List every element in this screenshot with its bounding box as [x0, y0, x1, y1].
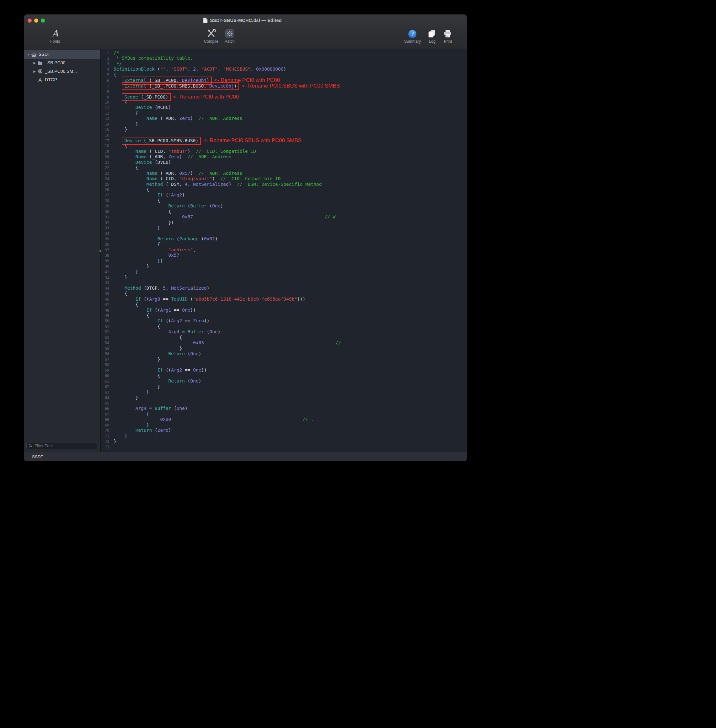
code-line[interactable]: 50 If ((Arg2 == Zero)) — [101, 318, 467, 323]
code-token: ( — [155, 67, 160, 71]
code-line[interactable]: 60 { — [101, 373, 467, 378]
code-line[interactable]: 44 Method (DTGP, 5, NotSerialized) — [101, 285, 467, 291]
code-line[interactable]: 52 Arg4 = Buffer (One) — [101, 329, 467, 335]
code-line[interactable]: 40 } — [101, 264, 467, 269]
code-line[interactable]: 19 Name (_CID, "smbus") // _CID: Compati… — [101, 149, 467, 154]
code-line[interactable]: 69 } — [101, 422, 467, 428]
print-button[interactable]: Print — [443, 27, 452, 44]
code-line[interactable]: 34 — [101, 231, 467, 236]
code-line[interactable]: 25 Method (_DSM, 4, NotSerialized) // _D… — [101, 182, 467, 187]
code-line[interactable]: 31 0x57 // W — [101, 214, 467, 220]
code-line[interactable]: 14 } — [101, 121, 467, 127]
code-line[interactable]: 61 Return (One) — [101, 378, 467, 384]
code-line[interactable]: 49 { — [101, 313, 467, 318]
title-bar[interactable]: SSDT-SBUS-MCHC.dsl — Edited ⌄ — [24, 14, 467, 26]
code-token: If — [158, 318, 163, 323]
code-line[interactable]: 12 { — [101, 111, 467, 116]
code-text: { — [114, 335, 182, 340]
title-chevron-icon[interactable]: ⌄ — [285, 18, 288, 23]
code-line[interactable]: 3 */ — [101, 61, 467, 67]
code-line[interactable]: 24 Name (_CID, "diagsvault") // _CID: Co… — [101, 176, 467, 181]
code-line[interactable]: 11 Device (MCHC) — [101, 105, 467, 110]
filter-input[interactable] — [34, 443, 95, 448]
code-line[interactable]: 46 If ((Arg0 == ToUUID ("a0b5b7c6-1318-4… — [101, 297, 467, 302]
code-line[interactable]: 63 } — [101, 390, 467, 395]
sidebar-item-ssdt[interactable]: ▼SSDT — [24, 50, 100, 59]
code-line[interactable]: 66 Arg4 = Buffer (One) — [101, 406, 467, 411]
code-line[interactable]: 1/* — [101, 50, 467, 56]
code-line[interactable]: 73 — [101, 444, 467, 450]
compile-button[interactable]: Compile — [204, 27, 218, 44]
code-line[interactable]: 43 — [101, 280, 467, 285]
code-line[interactable]: 27 If (!Arg2) — [101, 193, 467, 198]
code-line[interactable]: 55 } — [101, 346, 467, 351]
code-line[interactable]: 59 If ((Arg2 == One)) — [101, 367, 467, 373]
code-line[interactable]: 51 { — [101, 324, 467, 329]
code-line[interactable]: 9 Scope (_SB.PC00)<- Rename PCI0 with PC… — [101, 94, 467, 100]
line-number: 60 — [101, 373, 111, 379]
code-token: { — [114, 335, 182, 340]
code-line[interactable]: 58 — [101, 362, 467, 367]
code-line[interactable]: 62 } — [101, 384, 467, 390]
code-text: { — [114, 209, 171, 214]
code-line[interactable]: 4DefinitionBlock ("", "SSDT", 2, "ACDT",… — [101, 67, 467, 72]
code-line[interactable]: 20 Name (_ADR, Zero) // _ADR: Address — [101, 154, 467, 159]
code-line[interactable]: 26 { — [101, 187, 467, 193]
code-line[interactable]: 17 Device (_SB.PC00.SMBS.BUS0)<- Rename … — [101, 138, 467, 143]
code-line[interactable]: 41 } — [101, 269, 467, 275]
line-number: 50 — [101, 318, 111, 324]
code-line[interactable]: 32 }) — [101, 220, 467, 225]
patch-button[interactable]: Patch — [225, 27, 235, 44]
code-line[interactable]: 35 Return (Package (0x02) — [101, 236, 467, 242]
code-line[interactable]: 13 Name (_ADR, Zero) // _ADR: Address — [101, 116, 467, 121]
code-line[interactable]: 23 Name (_ADR, 0x57) // _ADR: Address — [101, 171, 467, 176]
code-line[interactable]: 56 Return (One) — [101, 351, 467, 356]
code-line[interactable]: 42 } — [101, 275, 467, 280]
code-line[interactable]: 30 { — [101, 209, 467, 214]
code-line[interactable]: 53 { — [101, 335, 467, 340]
code-line[interactable]: 2 * SMBus compatibility table. — [101, 56, 467, 61]
code-line[interactable]: 22 { — [101, 165, 467, 170]
code-line[interactable]: 36 { — [101, 242, 467, 247]
chevron-down-icon[interactable]: ▼ — [26, 50, 31, 59]
code-line[interactable]: 65 — [101, 400, 467, 406]
chevron-right-icon[interactable]: ▶ — [32, 67, 37, 76]
log-button[interactable]: Log — [428, 27, 437, 44]
chevron-right-icon[interactable]: ▶ — [32, 59, 37, 67]
code-line[interactable]: 39 }) — [101, 258, 467, 264]
code-line[interactable]: 47 { — [101, 302, 467, 307]
line-number: 62 — [101, 384, 111, 390]
code-text: Return (One) — [114, 378, 201, 384]
code-line[interactable]: 54 0x03 // . — [101, 340, 467, 346]
code-line[interactable]: 64 } — [101, 395, 467, 400]
code-line[interactable]: 7 External (_SB_.PC00.SMBS.BUS0, DeviceO… — [101, 83, 467, 88]
code-line[interactable]: 57 } — [101, 357, 467, 362]
sidebar-item-sb-pc00-sm[interactable]: ▶_SB.PC00.SM... — [24, 67, 100, 76]
code-line[interactable]: 15 } — [101, 127, 467, 132]
code-token: ( — [185, 378, 190, 384]
code-line[interactable]: 33 } — [101, 225, 467, 231]
summary-button[interactable]: i Summary — [404, 27, 421, 44]
sidebar-item-sb-pc00[interactable]: ▶_SB.PC00 — [24, 59, 100, 67]
code-token — [114, 285, 124, 291]
code-line[interactable]: 29 Return (Buffer (One) — [101, 203, 467, 209]
code-line[interactable]: 38 0x57 — [101, 253, 467, 258]
fonts-button[interactable]: A Fonts — [50, 27, 60, 44]
filter-field[interactable] — [26, 442, 97, 449]
code-line[interactable]: 71 } — [101, 433, 467, 439]
sidebar-item-dtgp[interactable]: DTGP — [24, 76, 100, 84]
code-text: } — [114, 264, 149, 268]
code-line[interactable]: 72} — [101, 439, 467, 444]
code-line[interactable]: 67 { — [101, 411, 467, 417]
code-line[interactable]: 45 { — [101, 291, 467, 296]
code-line[interactable]: 28 { — [101, 198, 467, 203]
code-token: ) — [188, 149, 196, 154]
code-line[interactable]: 48 If ((Arg1 == One)) — [101, 308, 467, 313]
code-line[interactable]: 37 "address", — [101, 247, 467, 253]
code-line[interactable]: 68 0x00 // . — [101, 417, 467, 422]
code-line[interactable]: 21 Device (DVL0) — [101, 160, 467, 165]
code-line[interactable]: 70 Return (Zero) — [101, 428, 467, 433]
code-token: , — [196, 67, 201, 71]
line-number: 69 — [101, 423, 111, 428]
code-editor[interactable]: 1/*2 * SMBus compatibility table.3 */4De… — [101, 49, 467, 452]
